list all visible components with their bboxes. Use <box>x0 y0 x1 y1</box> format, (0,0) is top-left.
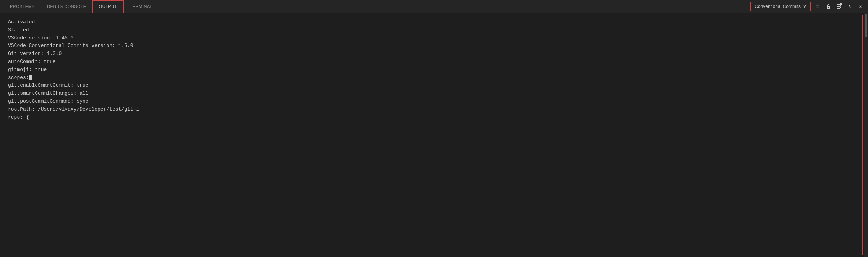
chevron-up-icon[interactable]: ∧ <box>846 3 853 10</box>
output-line-vscode-version: VSCode version: 1.45.0 <box>8 34 856 42</box>
output-source-dropdown[interactable]: Conventional Commits ∨ <box>750 2 811 11</box>
text-cursor <box>29 75 32 80</box>
output-line-git-version: Git version: 1.0.0 <box>8 50 856 58</box>
output-line-scopes: scopes: <box>8 74 856 82</box>
output-line-smart-commit: git.enableSmartCommit: true <box>8 82 856 90</box>
lock-icon[interactable] <box>824 3 832 10</box>
output-line-root-path: rootPath: /Users/vivaxy/Developer/test/g… <box>8 106 856 114</box>
output-line-repo: repo: { <box>8 114 856 122</box>
output-line-cc-version: VSCode Conventional Commits version: 1.5… <box>8 42 856 50</box>
chevron-down-icon: ∨ <box>803 4 806 9</box>
panel-body: Activated Started VSCode version: 1.45.0… <box>0 13 868 257</box>
output-line-started: Started <box>8 26 856 34</box>
scrollbar-area <box>864 13 868 257</box>
output-line-activated: Activated <box>8 18 856 26</box>
tab-problems[interactable]: PROBLEMS <box>4 0 41 13</box>
tab-debug-console[interactable]: DEBUG CONSOLE <box>41 0 92 13</box>
tab-output[interactable]: OUTPUT <box>92 0 124 13</box>
output-line-smart-commit-changes: git.smartCommitChanges: all <box>8 90 856 98</box>
tab-terminal[interactable]: TERMINAL <box>124 0 159 13</box>
close-icon[interactable]: ✕ <box>857 3 864 10</box>
output-area[interactable]: Activated Started VSCode version: 1.45.0… <box>2 15 863 255</box>
tab-bar: PROBLEMS DEBUG CONSOLE OUTPUT TERMINAL C… <box>0 0 868 13</box>
copy-icon[interactable] <box>835 3 843 10</box>
output-line-gitmoji: gitmoji: true <box>8 66 856 74</box>
panel-container: PROBLEMS DEBUG CONSOLE OUTPUT TERMINAL C… <box>0 0 868 257</box>
tab-bar-right: Conventional Commits ∨ ≡ ∧ <box>750 2 864 11</box>
output-line-autocommit: autoCommit: true <box>8 58 856 66</box>
lines-icon[interactable]: ≡ <box>814 3 821 10</box>
scrollbar-thumb[interactable] <box>865 14 867 37</box>
output-line-post-commit: git.postCommitCommand: sync <box>8 98 856 106</box>
tab-bar-left: PROBLEMS DEBUG CONSOLE OUTPUT TERMINAL <box>4 0 750 13</box>
